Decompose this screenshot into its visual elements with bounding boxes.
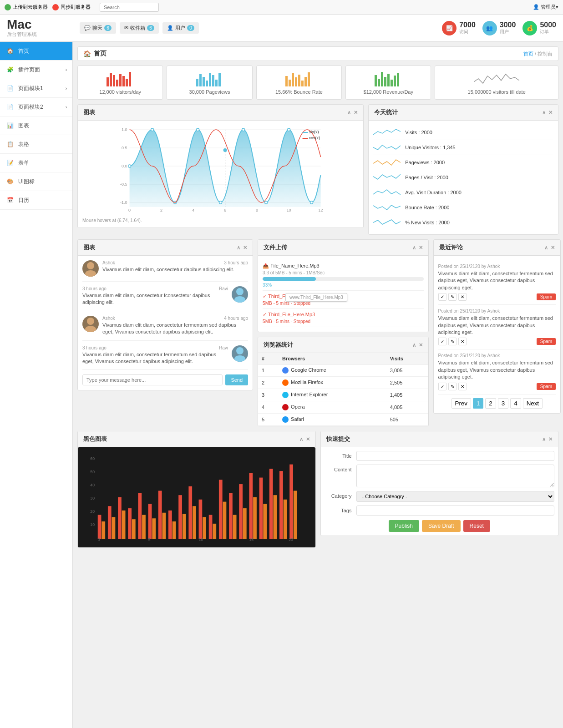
comments-close-icon[interactable]: ✕ <box>551 245 555 251</box>
page-button[interactable]: 4 <box>510 398 521 409</box>
today-stat-duration: Avg. Visit Duration : 2000 <box>373 185 553 200</box>
sidebar-item-plugins[interactable]: 🧩 插件页面 › <box>0 61 72 79</box>
sidebar-item-module1[interactable]: 📄 页面模块1 › <box>0 79 72 98</box>
progress-fill-1 <box>263 277 316 281</box>
td-browser: Mozilla Firefox <box>279 377 386 389</box>
page-button[interactable]: 3 <box>498 398 508 409</box>
quick-collapse-icon[interactable]: ∧ <box>542 436 546 442</box>
svg-rect-92 <box>168 511 172 539</box>
header-nav: 💬 聊天 6 ✉ 收件箱 6 👤 用户 0 <box>80 22 199 34</box>
file-close-icon[interactable]: ✕ <box>419 245 423 251</box>
chat-avatar-2 <box>232 286 248 303</box>
browser-stats-body: # Browsers Visits 1 Google Chrome 3,0052… <box>258 353 428 426</box>
file-info-3: 5MB - 5 mins - Stopped <box>263 319 424 324</box>
today-stat-visits: Visits : 2000 <box>373 125 553 140</box>
today-stat-newvisits: % New Visits : 2000 <box>373 215 553 230</box>
chat-msg-1: Ashok 3 hours ago Vivamus diam elit diam… <box>82 260 248 282</box>
chat-input[interactable] <box>82 374 223 385</box>
svg-text:10: 10 <box>287 208 291 212</box>
svg-rect-90 <box>158 491 162 539</box>
file-collapse-icon[interactable]: ∧ <box>412 245 416 251</box>
svg-rect-100 <box>209 515 213 539</box>
sidebar-item-calendar[interactable]: 📅 日历 <box>0 191 72 210</box>
today-stats-col: 今天统计 ∧ ✕ Visits : 2000 <box>368 104 558 239</box>
reset-button[interactable]: Reset <box>463 520 490 532</box>
svg-point-54 <box>242 128 245 131</box>
comment-delete-icon[interactable]: ✕ <box>458 293 467 301</box>
sidebar-item-module2[interactable]: 📄 页面模块2 › <box>0 98 72 116</box>
svg-rect-98 <box>199 500 203 539</box>
category-select[interactable]: - Choose Cateogry - <box>356 491 555 502</box>
svg-rect-16 <box>285 76 288 86</box>
svg-text:20: 20 <box>90 509 95 514</box>
svg-rect-115 <box>284 500 287 539</box>
upload-button[interactable]: 上传到云服务器 <box>5 4 48 10</box>
user-button[interactable]: 👤 用户 0 <box>162 22 199 34</box>
comment-check-icon[interactable]: ✓ <box>438 383 446 390</box>
svg-text:4: 4 <box>192 208 194 212</box>
page-button[interactable]: 1 <box>473 398 483 409</box>
today-collapse-icon[interactable]: ∧ <box>542 110 546 116</box>
comment-check-icon[interactable]: ✓ <box>438 293 446 301</box>
black-close-icon[interactable]: ✕ <box>306 436 310 442</box>
comment-edit-icon[interactable]: ✎ <box>448 293 456 301</box>
svg-rect-20 <box>298 75 300 86</box>
spam-button[interactable]: Spam <box>537 338 556 345</box>
chat-close-icon[interactable]: ✕ <box>243 245 247 251</box>
sidebar-item-home[interactable]: 🏠 首页 <box>0 42 72 61</box>
page-button[interactable]: 2 <box>485 398 496 409</box>
spam-button[interactable]: Spam <box>537 293 556 300</box>
comment-pagination: Prev1234Next <box>438 398 556 409</box>
mid-col: 文件上传 ∧ ✕ 📤 File_Name_Here.Mp3 3.3 of 5MB… <box>258 239 429 431</box>
svg-rect-82 <box>118 497 122 539</box>
chart-collapse-icon[interactable]: ∧ <box>347 110 351 116</box>
tags-input[interactable] <box>356 506 555 516</box>
search-input[interactable] <box>100 3 159 12</box>
chart-close-icon[interactable]: ✕ <box>354 110 358 116</box>
breadcrumb-home-link[interactable]: 首页 <box>523 51 533 56</box>
comment-edit-icon[interactable]: ✎ <box>448 338 456 345</box>
sync-icon <box>52 4 59 10</box>
send-button[interactable]: Send <box>225 374 248 385</box>
sidebar-item-chart[interactable]: 📊 图表 <box>0 116 72 135</box>
publish-button[interactable]: Publish <box>389 520 419 532</box>
page-button[interactable]: Next <box>523 398 543 409</box>
svg-text:20: 20 <box>289 538 293 542</box>
black-collapse-icon[interactable]: ∧ <box>299 436 303 442</box>
comments-collapse-icon[interactable]: ∧ <box>544 245 548 251</box>
spam-button[interactable]: Spam <box>537 383 556 390</box>
td-browser: Opera <box>279 401 386 414</box>
sidebar-item-form[interactable]: 📝 表单 <box>0 154 72 172</box>
title-input[interactable] <box>356 451 555 461</box>
sidebar-item-table[interactable]: 📋 表格 <box>0 135 72 154</box>
chat-avatar-1 <box>82 260 99 277</box>
page-button[interactable]: Prev <box>451 398 471 409</box>
chat-collapse-icon[interactable]: ∧ <box>237 245 240 251</box>
svg-text:sin(x): sin(x) <box>309 130 319 134</box>
save-draft-button[interactable]: Save Draft <box>422 520 461 532</box>
comment-edit-icon[interactable]: ✎ <box>448 383 456 390</box>
svg-text:0: 0 <box>98 538 100 542</box>
today-close-icon[interactable]: ✕ <box>548 110 553 116</box>
chat-badge: 6 <box>104 25 112 31</box>
browser-close-icon[interactable]: ✕ <box>419 342 423 348</box>
sync-button[interactable]: 同步到服务器 <box>52 4 91 10</box>
browser-collapse-icon[interactable]: ∧ <box>412 342 416 348</box>
main-layout: 🏠 首页 🧩 插件页面 › 📄 页面模块1 › 📄 页面模块2 › 📊 图表 📋… <box>0 42 563 728</box>
svg-rect-58 <box>303 132 308 133</box>
form-icon: 📝 <box>5 158 15 167</box>
comment-delete-icon[interactable]: ✕ <box>458 338 467 345</box>
quick-close-icon[interactable]: ✕ <box>548 436 553 442</box>
th-browser: Browsers <box>279 353 386 364</box>
chat-button[interactable]: 💬 聊天 6 <box>80 22 116 34</box>
comment-check-icon[interactable]: ✓ <box>438 338 446 345</box>
mail-button[interactable]: ✉ 收件箱 6 <box>120 22 159 34</box>
form-row-tags: Tags <box>325 506 555 516</box>
today-stats-panel: 今天统计 ∧ ✕ Visits : 2000 <box>368 104 558 235</box>
category-label: Category <box>325 491 356 499</box>
sync-label: 同步到服务器 <box>61 4 91 10</box>
svg-text:0.5: 0.5 <box>122 146 127 150</box>
content-textarea[interactable] <box>356 465 555 487</box>
sidebar-item-ui[interactable]: 🎨 UI图标 <box>0 172 72 191</box>
comment-delete-icon[interactable]: ✕ <box>458 383 467 390</box>
